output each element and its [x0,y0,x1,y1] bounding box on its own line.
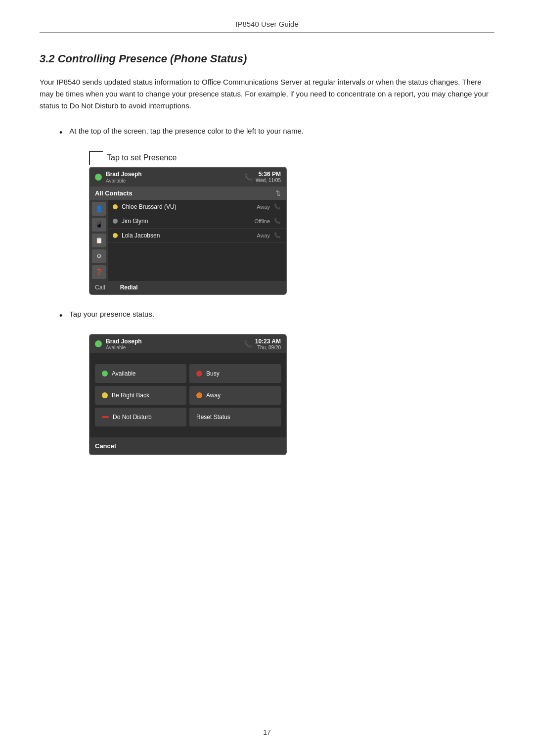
tap-label-text: Tap to set Presence [107,153,177,162]
cancel-bar: Cancel [90,437,286,454]
presence-spacer-bottom [90,430,286,437]
busy-option[interactable]: Busy [189,364,281,383]
bullet-dot-1: • [59,127,62,139]
user-info-2: Brad Joseph Available [106,338,142,350]
phone-header-1: Brad Joseph Available 📞 5:36 PM Wed, 11/… [90,168,286,186]
presence-dot-1[interactable] [95,174,102,181]
time-text-1: 5:36 PM [256,171,281,178]
tap-label-container: Tap to set Presence [89,151,287,165]
presence-options-grid: Available Busy Be Right Back Away Do Not… [90,360,286,430]
user-name-2: Brad Joseph [106,338,142,345]
presence-dot-2[interactable] [95,340,102,347]
phone-footer-1: Call Redial [90,281,286,294]
phone-screen-2: Brad Joseph Available 📞 10:23 AM Thu, 09… [89,334,287,455]
available-label: Available [112,370,135,377]
phone-header-right-2: 📞 10:23 AM Thu, 09/20 [244,338,281,350]
cancel-button[interactable]: Cancel [95,442,116,450]
user-info-1: Brad Joseph Available [106,171,142,183]
away-dot [196,392,202,398]
user-status-2: Available [106,345,142,350]
do-not-disturb-option[interactable]: Do Not Disturb [95,408,186,426]
phone-header-right-1: 📞 5:36 PM Wed, 11/05 [244,171,281,183]
sidebar-btn-history[interactable]: 📋 [92,234,106,247]
sidebar-btn-contacts[interactable]: 👤 [92,202,106,216]
phone-body-1: 👤 📱 📋 ⚙ ❓ Chloe Brussard (VU) Away 📞 Jim… [90,200,286,281]
reset-status-option[interactable]: Reset Status [189,408,281,426]
sort-icon: ⇅ [275,189,281,197]
contact-name-1: Chloe Brussard (VU) [122,203,257,210]
busy-label: Busy [206,370,220,377]
contacts-empty-space [108,243,286,273]
contact-call-icon-1[interactable]: 📞 [274,203,281,210]
date-text-2: Thu, 09/20 [255,345,281,350]
page-number: 17 [0,728,534,736]
header-title: IP8540 User Guide [40,20,494,28]
presence-spacer-top [90,353,286,360]
phone-screen-1: Brad Joseph Available 📞 5:36 PM Wed, 11/… [89,167,287,294]
sidebar-btn-settings[interactable]: ⚙ [92,249,106,263]
dnd-icon [102,416,109,418]
sidebar-btn-voicemail[interactable]: 📱 [92,218,106,232]
header-rule [40,32,494,33]
contact-presence-1: Away [257,204,270,210]
dnd-label: Do Not Disturb [113,414,152,421]
away-option[interactable]: Away [189,386,281,405]
time-date-1: 5:36 PM Wed, 11/05 [256,171,281,183]
contact-call-icon-2[interactable]: 📞 [274,218,281,224]
sidebar-btn-unknown[interactable]: ❓ [92,265,106,279]
contacts-list: Chloe Brussard (VU) Away 📞 Jim Glynn Off… [108,200,286,281]
contact-presence-2: Offline [254,218,270,224]
contacts-bar[interactable]: All Contacts ⇅ [90,187,286,200]
contact-name-3: Lola Jacobsen [122,232,257,239]
time-text-2: 10:23 AM [255,338,281,345]
contact-call-icon-3[interactable]: 📞 [274,232,281,238]
bullet-2: • Tap your presence status. [59,310,494,322]
contact-presence-3: Away [257,233,270,238]
phone-icon-2: 📞 [244,340,252,348]
busy-dot [196,371,202,377]
be-right-back-label: Be Right Back [112,392,149,399]
sidebar-1: 👤 📱 📋 ⚙ ❓ [90,200,108,281]
date-text-1: Wed, 11/05 [256,178,281,183]
tap-bracket-icon [89,151,103,165]
contact-name-2: Jim Glynn [122,218,254,225]
available-dot [102,371,108,377]
section-title: 3.2 Controlling Presence (Phone Status) [40,52,494,65]
redial-button[interactable]: Redial [120,284,138,291]
bullet-1: • At the top of the screen, tap the pres… [59,127,494,139]
contacts-label: All Contacts [95,189,133,197]
time-date-2: 10:23 AM Thu, 09/20 [255,338,281,350]
tap-label-line: Tap to set Presence [89,151,287,165]
phone-header-2: Brad Joseph Available 📞 10:23 AM Thu, 09… [90,335,286,353]
contact-dot-2 [113,219,118,224]
contact-dot-1 [113,204,118,209]
available-option[interactable]: Available [95,364,186,383]
user-name-1: Brad Joseph [106,171,142,178]
bullet-dot-2: • [59,310,62,322]
user-status-1: Available [106,178,142,184]
contact-row-1[interactable]: Chloe Brussard (VU) Away 📞 [108,200,286,214]
away-label: Away [206,392,221,399]
be-right-back-dot [102,392,108,398]
reset-label: Reset Status [196,414,230,421]
section-body: Your IP8540 sends updated status informa… [40,76,494,112]
contact-row-3[interactable]: Lola Jacobsen Away 📞 [108,229,286,243]
call-button-1[interactable]: Call [95,284,105,291]
phone-header-left-1: Brad Joseph Available [95,171,142,183]
phone-icon-1: 📞 [244,173,253,181]
be-right-back-option[interactable]: Be Right Back [95,386,186,405]
contact-row-2[interactable]: Jim Glynn Offline 📞 [108,214,286,229]
phone-header-left-2: Brad Joseph Available [95,338,142,350]
page: IP8540 User Guide 3.2 Controlling Presen… [0,0,534,756]
contact-dot-3 [113,233,118,238]
